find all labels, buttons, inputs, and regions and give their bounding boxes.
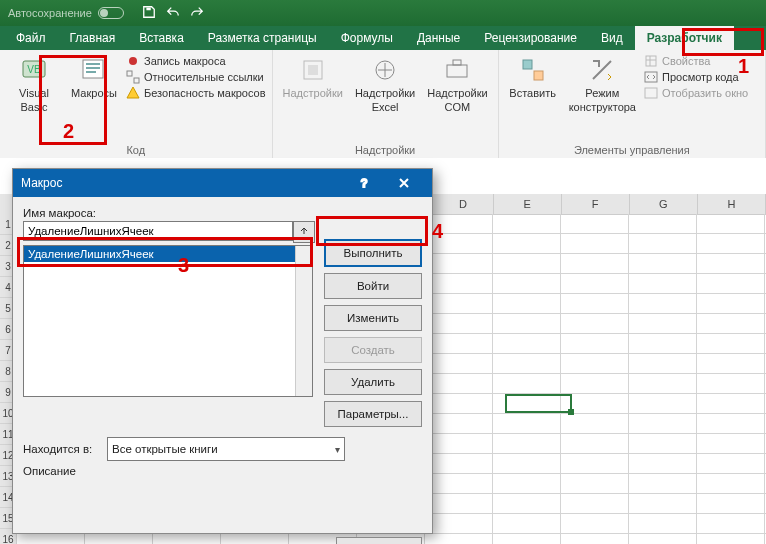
annotation-label-1: 1 bbox=[738, 55, 749, 78]
ribbon: VB Visual Basic Макросы Запись макроса О… bbox=[0, 50, 766, 159]
listbox-scrollbar[interactable] bbox=[295, 246, 312, 396]
warning-icon bbox=[126, 86, 140, 100]
redo-icon[interactable] bbox=[190, 5, 204, 22]
active-cell[interactable] bbox=[505, 394, 572, 413]
tab-view[interactable]: Вид bbox=[589, 26, 635, 50]
design-mode-button[interactable]: Режим конструктора bbox=[565, 54, 640, 116]
autosave-toggle[interactable]: Автосохранение bbox=[8, 7, 124, 19]
svg-rect-19 bbox=[645, 88, 657, 98]
macro-security-label: Безопасность макросов bbox=[144, 87, 266, 99]
tab-file[interactable]: Файл bbox=[4, 26, 58, 50]
tab-home[interactable]: Главная bbox=[58, 26, 128, 50]
code-icon bbox=[644, 70, 658, 84]
group-addins-label: Надстройки bbox=[279, 142, 492, 156]
dialog-icon bbox=[644, 86, 658, 100]
dialog-help-button[interactable]: ? bbox=[344, 169, 384, 197]
colhdr-g[interactable]: G bbox=[630, 194, 698, 214]
insert-icon bbox=[519, 56, 547, 84]
svg-text:VB: VB bbox=[27, 64, 41, 75]
svg-point-7 bbox=[129, 57, 137, 65]
tab-formulas[interactable]: Формулы bbox=[329, 26, 405, 50]
annotation-label-3: 3 bbox=[178, 254, 189, 277]
colhdr-e[interactable]: E bbox=[494, 194, 562, 214]
tab-developer[interactable]: Разработчик bbox=[635, 26, 734, 50]
dialog-title: Макрос bbox=[21, 176, 62, 190]
dialog-titlebar[interactable]: Макрос ? bbox=[13, 169, 432, 197]
run-button[interactable]: Выполнить bbox=[324, 239, 422, 267]
insert-control-button[interactable]: Вставить bbox=[505, 54, 561, 102]
colhdr-f[interactable]: F bbox=[562, 194, 630, 214]
group-controls-label: Элементы управления bbox=[505, 142, 759, 156]
tab-data[interactable]: Данные bbox=[405, 26, 472, 50]
svg-text:?: ? bbox=[361, 177, 367, 189]
tab-review[interactable]: Рецензирование bbox=[472, 26, 589, 50]
dialog-close-button[interactable] bbox=[384, 169, 424, 197]
colhdr-d[interactable]: D bbox=[433, 194, 493, 214]
tab-page-layout[interactable]: Разметка страницы bbox=[196, 26, 329, 50]
svg-rect-17 bbox=[646, 56, 656, 66]
location-combo[interactable]: Все открытые книги ▾ bbox=[107, 437, 345, 461]
relative-icon bbox=[126, 70, 140, 84]
com-addins-button[interactable]: Надстройки COM bbox=[423, 54, 491, 116]
view-code-button[interactable]: Просмотр кода bbox=[644, 70, 748, 84]
record-icon bbox=[126, 54, 140, 68]
design-icon bbox=[588, 56, 616, 84]
location-label: Находится в: bbox=[23, 443, 101, 455]
create-button: Создать bbox=[324, 337, 422, 363]
collapse-dialog-icon[interactable] bbox=[293, 221, 315, 243]
options-button[interactable]: Параметры... bbox=[324, 401, 422, 427]
record-macro-label: Запись макроса bbox=[144, 55, 226, 67]
colhdr-h[interactable]: H bbox=[698, 194, 766, 214]
addins-icon bbox=[299, 56, 327, 84]
svg-rect-4 bbox=[86, 63, 100, 65]
vb-icon: VB bbox=[20, 56, 48, 84]
svg-rect-15 bbox=[523, 60, 532, 69]
com-addins-label: Надстройки COM bbox=[427, 86, 487, 114]
addins-label: Надстройки bbox=[283, 86, 343, 100]
excel-addins-button[interactable]: Надстройки Excel bbox=[351, 54, 419, 116]
list-item[interactable]: УдалениеЛишнихЯчеек bbox=[24, 246, 312, 262]
macro-listbox[interactable]: УдалениеЛишнихЯчеек bbox=[23, 245, 313, 397]
svg-rect-9 bbox=[134, 78, 139, 83]
insert-control-label: Вставить bbox=[509, 86, 556, 100]
ribbon-group-addins: Надстройки Надстройки Excel Надстройки C… bbox=[273, 50, 499, 158]
svg-rect-6 bbox=[86, 71, 96, 73]
location-value: Все открытые книги bbox=[112, 443, 218, 455]
properties-button[interactable]: Свойства bbox=[644, 54, 748, 68]
svg-rect-13 bbox=[447, 65, 467, 77]
ribbon-group-code: VB Visual Basic Макросы Запись макроса О… bbox=[0, 50, 273, 158]
record-macro-button[interactable]: Запись макроса bbox=[126, 54, 266, 68]
run-dialog-button[interactable]: Отобразить окно bbox=[644, 86, 748, 100]
step-into-button[interactable]: Войти bbox=[324, 273, 422, 299]
view-code-label: Просмотр кода bbox=[662, 71, 739, 83]
undo-icon[interactable] bbox=[166, 5, 180, 22]
quick-access-toolbar bbox=[142, 5, 204, 22]
description-label: Описание bbox=[23, 465, 422, 477]
cancel-button[interactable]: Отмена bbox=[336, 537, 422, 544]
chevron-down-icon: ▾ bbox=[335, 444, 340, 455]
properties-icon bbox=[644, 54, 658, 68]
edit-button[interactable]: Изменить bbox=[324, 305, 422, 331]
annotation-label-2: 2 bbox=[63, 120, 74, 143]
run-dialog-label: Отобразить окно bbox=[662, 87, 748, 99]
title-bar: Автосохранение bbox=[0, 0, 766, 26]
tab-insert[interactable]: Вставка bbox=[127, 26, 196, 50]
design-mode-label: Режим конструктора bbox=[569, 86, 636, 114]
autosave-label: Автосохранение bbox=[8, 7, 92, 19]
autosave-switch[interactable] bbox=[98, 7, 124, 19]
ribbon-tabs: Файл Главная Вставка Разметка страницы Ф… bbox=[0, 26, 766, 50]
svg-rect-8 bbox=[127, 71, 132, 76]
visual-basic-button[interactable]: VB Visual Basic bbox=[6, 54, 62, 116]
macros-button[interactable]: Макросы bbox=[66, 54, 122, 102]
addins-button[interactable]: Надстройки bbox=[279, 54, 347, 102]
macro-security-button[interactable]: Безопасность макросов bbox=[126, 86, 266, 100]
macro-dialog: Макрос ? Имя макроса: УдалениеЛишнихЯчее… bbox=[12, 168, 433, 534]
relative-refs-button[interactable]: Относительные ссылки bbox=[126, 70, 266, 84]
svg-rect-16 bbox=[534, 71, 543, 80]
macro-name-input[interactable] bbox=[23, 221, 293, 241]
save-icon[interactable] bbox=[142, 5, 156, 22]
macros-label: Макросы bbox=[71, 86, 117, 100]
svg-rect-14 bbox=[453, 60, 461, 65]
delete-button[interactable]: Удалить bbox=[324, 369, 422, 395]
com-addins-icon bbox=[443, 56, 471, 84]
